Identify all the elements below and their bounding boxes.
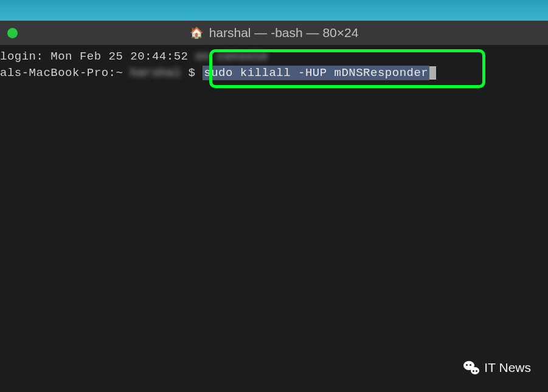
window-title-text: harshal — -bash — 80×24 bbox=[209, 26, 359, 40]
terminal-line-prompt: als-MacBook-Pro:~ harshal $ sudo killall… bbox=[0, 65, 548, 81]
watermark: IT News bbox=[463, 360, 531, 375]
home-icon: 🏠 bbox=[190, 26, 203, 40]
terminal-line-login: login: Mon Feb 25 20:44:52 on console bbox=[0, 49, 548, 65]
terminal-titlebar[interactable]: 🏠 harshal — -bash — 80×24 bbox=[0, 21, 548, 45]
window-title: 🏠 harshal — -bash — 80×24 bbox=[190, 26, 359, 40]
terminal-cursor bbox=[429, 66, 436, 80]
login-blurred: on console bbox=[195, 50, 268, 63]
watermark-label: IT News bbox=[484, 360, 531, 375]
login-text: login: Mon Feb 25 20:44:52 bbox=[0, 50, 195, 63]
prompt-host: als-MacBook-Pro:~ bbox=[0, 66, 130, 80]
desktop-background bbox=[0, 0, 548, 21]
terminal-body[interactable]: login: Mon Feb 25 20:44:52 on console al… bbox=[0, 45, 548, 392]
wechat-icon bbox=[463, 361, 479, 374]
command-input[interactable]: sudo killall -HUP mDNSResponder bbox=[203, 66, 429, 80]
prompt-user-blurred: harshal bbox=[130, 66, 181, 80]
prompt-dollar: $ bbox=[181, 66, 203, 80]
traffic-light-green[interactable] bbox=[7, 28, 18, 38]
